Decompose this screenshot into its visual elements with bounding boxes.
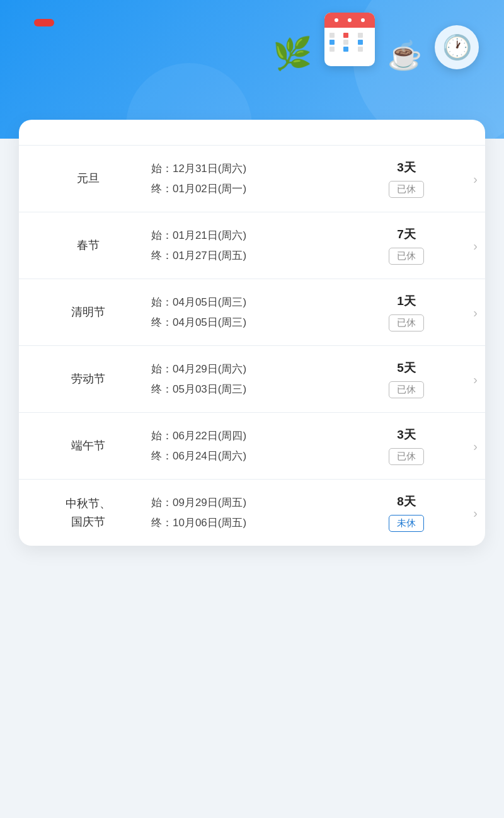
status-badge: 已休 [389, 314, 424, 331]
date-range: 始：06月22日(周四) 终：06月24日(周六) [139, 428, 365, 464]
date-start: 始：06月22日(周四) [151, 428, 365, 444]
festival-name: 春节 [38, 236, 139, 255]
mug-icon: ☕ [387, 42, 422, 69]
days-count: 3天 [397, 159, 416, 176]
date-start: 始：04月29日(周六) [151, 361, 365, 377]
days-count: 3天 [397, 427, 416, 443]
table-row[interactable]: 元旦 始：12月31日(周六) 终：01月02日(周一) 3天 已休 › [19, 146, 485, 212]
festival-name: 中秋节、国庆节 [38, 495, 139, 531]
chevron-right-icon[interactable]: › [473, 305, 478, 320]
date-range: 始：09月29日(周五) 终：10月06日(周五) [139, 495, 365, 531]
status-badge: 未休 [389, 515, 424, 532]
festival-name: 端午节 [38, 437, 139, 455]
days-count: 5天 [397, 360, 416, 376]
table-header [19, 120, 485, 146]
date-end: 终：01月27日(周五) [151, 248, 365, 264]
date-start: 始：09月29日(周五) [151, 495, 365, 511]
date-start: 始：12月31日(周六) [151, 161, 365, 177]
banner: 🌿 ☕ 🕐 [0, 0, 504, 139]
plant-icon: 🌿 [273, 38, 312, 69]
table-row[interactable]: 春节 始：01月21日(周六) 终：01月27日(周五) 7天 已休 › [19, 212, 485, 279]
chevron-right-icon[interactable]: › [473, 439, 478, 453]
days-area: 1天 已休 [365, 293, 466, 331]
holiday-card: 元旦 始：12月31日(周六) 终：01月02日(周一) 3天 已休 › 春节 … [19, 120, 485, 546]
calendar-icon [324, 13, 375, 66]
days-area: 3天 已休 [365, 159, 466, 198]
table-row[interactable]: 中秋节、国庆节 始：09月29日(周五) 终：10月06日(周五) 8天 未休 … [19, 480, 485, 546]
status-badge: 已休 [389, 381, 424, 398]
date-end: 终：01月02日(周一) [151, 181, 365, 197]
days-count: 8天 [397, 493, 416, 510]
chevron-right-icon[interactable]: › [473, 238, 478, 253]
days-area: 5天 已休 [365, 360, 466, 398]
deco-area: 🌿 ☕ 🕐 [273, 13, 479, 69]
status-badge: 已休 [389, 248, 424, 265]
chevron-right-icon[interactable]: › [473, 505, 478, 520]
clock-icon: 🕐 [435, 25, 479, 69]
status-badge: 已休 [389, 181, 424, 198]
festival-name: 元旦 [38, 170, 139, 188]
date-range: 始：12月31日(周六) 终：01月02日(周一) [139, 161, 365, 197]
date-end: 终：04月05日(周三) [151, 314, 365, 331]
date-range: 始：01月21日(周六) 终：01月27日(周五) [139, 228, 365, 263]
date-end: 终：05月03日(周三) [151, 381, 365, 398]
festival-name: 清明节 [38, 303, 139, 321]
date-start: 始：01月21日(周六) [151, 228, 365, 244]
date-start: 始：04月05日(周三) [151, 294, 365, 311]
date-range: 始：04月05日(周三) 终：04月05日(周三) [139, 294, 365, 330]
date-end: 终：06月24日(周六) [151, 448, 365, 464]
days-count: 7天 [397, 226, 416, 243]
chevron-right-icon[interactable]: › [473, 372, 478, 386]
banner-tag [34, 19, 54, 26]
date-range: 始：04月29日(周六) 终：05月03日(周三) [139, 361, 365, 397]
days-area: 7天 已休 [365, 226, 466, 265]
table-row[interactable]: 端午节 始：06月22日(周四) 终：06月24日(周六) 3天 已休 › [19, 413, 485, 480]
days-area: 3天 已休 [365, 427, 466, 465]
days-count: 1天 [397, 293, 416, 309]
festival-name: 劳动节 [38, 370, 139, 388]
days-area: 8天 未休 [365, 493, 466, 532]
status-badge: 已休 [389, 448, 424, 465]
chevron-right-icon[interactable]: › [473, 171, 478, 186]
table-body: 元旦 始：12月31日(周六) 终：01月02日(周一) 3天 已休 › 春节 … [19, 146, 485, 546]
table-row[interactable]: 清明节 始：04月05日(周三) 终：04月05日(周三) 1天 已休 › [19, 279, 485, 346]
banner-title-area [25, 19, 54, 26]
table-row[interactable]: 劳动节 始：04月29日(周六) 终：05月03日(周三) 5天 已休 › [19, 346, 485, 413]
date-end: 终：10月06日(周五) [151, 515, 365, 531]
